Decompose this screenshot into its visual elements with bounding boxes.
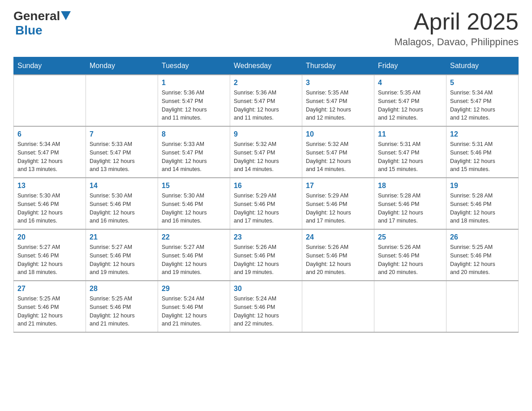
header-right: April 2025 Malagos, Davao, Philippines — [394, 9, 519, 48]
day-number: 5 — [450, 79, 515, 87]
day-info: Sunrise: 5:28 AM Sunset: 5:46 PM Dayligh… — [450, 192, 515, 225]
calendar-cell — [302, 281, 374, 332]
day-number: 11 — [378, 130, 442, 138]
day-number: 23 — [234, 233, 298, 241]
calendar-cell: 20Sunrise: 5:27 AM Sunset: 5:46 PM Dayli… — [14, 229, 86, 281]
day-info: Sunrise: 5:27 AM Sunset: 5:46 PM Dayligh… — [17, 243, 82, 277]
day-info: Sunrise: 5:27 AM Sunset: 5:46 PM Dayligh… — [90, 243, 154, 277]
calendar-header-thursday: Thursday — [302, 57, 374, 75]
day-number: 4 — [378, 79, 442, 87]
calendar-header-wednesday: Wednesday — [230, 57, 302, 75]
calendar-cell: 30Sunrise: 5:24 AM Sunset: 5:46 PM Dayli… — [230, 281, 302, 332]
day-info: Sunrise: 5:36 AM Sunset: 5:47 PM Dayligh… — [234, 89, 298, 122]
day-number: 30 — [234, 285, 298, 293]
calendar-cell: 26Sunrise: 5:25 AM Sunset: 5:46 PM Dayli… — [446, 229, 519, 281]
calendar-week-3: 13Sunrise: 5:30 AM Sunset: 5:46 PM Dayli… — [14, 178, 519, 229]
day-info: Sunrise: 5:33 AM Sunset: 5:47 PM Dayligh… — [90, 140, 154, 174]
day-info: Sunrise: 5:29 AM Sunset: 5:46 PM Dayligh… — [234, 192, 298, 225]
day-info: Sunrise: 5:30 AM Sunset: 5:46 PM Dayligh… — [162, 192, 226, 225]
day-info: Sunrise: 5:29 AM Sunset: 5:46 PM Dayligh… — [306, 192, 370, 225]
day-number: 12 — [450, 130, 515, 138]
calendar-header-monday: Monday — [86, 57, 158, 75]
calendar-cell: 24Sunrise: 5:26 AM Sunset: 5:46 PM Dayli… — [302, 229, 374, 281]
calendar-cell: 25Sunrise: 5:26 AM Sunset: 5:46 PM Dayli… — [374, 229, 446, 281]
day-number: 8 — [162, 130, 226, 138]
day-info: Sunrise: 5:26 AM Sunset: 5:46 PM Dayligh… — [378, 243, 442, 277]
day-number: 2 — [234, 79, 298, 87]
day-number: 16 — [234, 182, 298, 190]
page-title: April 2025 — [394, 9, 519, 34]
day-number: 14 — [90, 182, 154, 190]
calendar-cell: 23Sunrise: 5:26 AM Sunset: 5:46 PM Dayli… — [230, 229, 302, 281]
calendar-cell — [374, 281, 446, 332]
calendar-cell: 3Sunrise: 5:35 AM Sunset: 5:47 PM Daylig… — [302, 75, 374, 126]
day-number: 10 — [306, 130, 370, 138]
day-number: 1 — [162, 79, 226, 87]
day-number: 6 — [17, 130, 82, 138]
day-number: 18 — [378, 182, 442, 190]
day-number: 9 — [234, 130, 298, 138]
calendar-header-row: SundayMondayTuesdayWednesdayThursdayFrid… — [14, 57, 519, 75]
day-number: 26 — [450, 233, 515, 241]
day-number: 13 — [17, 182, 82, 190]
calendar-cell — [14, 75, 86, 126]
day-number: 25 — [378, 233, 442, 241]
day-info: Sunrise: 5:30 AM Sunset: 5:46 PM Dayligh… — [17, 192, 82, 225]
logo-triangle-icon — [61, 11, 71, 21]
day-number: 7 — [90, 130, 154, 138]
calendar-cell: 14Sunrise: 5:30 AM Sunset: 5:46 PM Dayli… — [86, 178, 158, 229]
calendar-cell: 5Sunrise: 5:34 AM Sunset: 5:47 PM Daylig… — [446, 75, 519, 126]
calendar-cell: 6Sunrise: 5:34 AM Sunset: 5:47 PM Daylig… — [14, 126, 86, 178]
calendar-cell: 2Sunrise: 5:36 AM Sunset: 5:47 PM Daylig… — [230, 75, 302, 126]
calendar-cell: 7Sunrise: 5:33 AM Sunset: 5:47 PM Daylig… — [86, 126, 158, 178]
calendar-cell: 12Sunrise: 5:31 AM Sunset: 5:46 PM Dayli… — [446, 126, 519, 178]
day-number: 29 — [162, 285, 226, 293]
day-info: Sunrise: 5:26 AM Sunset: 5:46 PM Dayligh… — [234, 243, 298, 277]
day-info: Sunrise: 5:24 AM Sunset: 5:46 PM Dayligh… — [234, 295, 298, 328]
day-number: 15 — [162, 182, 226, 190]
day-number: 28 — [90, 285, 154, 293]
calendar-week-2: 6Sunrise: 5:34 AM Sunset: 5:47 PM Daylig… — [14, 126, 519, 178]
day-number: 27 — [17, 285, 82, 293]
calendar-header-friday: Friday — [374, 57, 446, 75]
calendar-cell: 11Sunrise: 5:31 AM Sunset: 5:47 PM Dayli… — [374, 126, 446, 178]
calendar-cell — [446, 281, 519, 332]
calendar-cell: 13Sunrise: 5:30 AM Sunset: 5:46 PM Dayli… — [14, 178, 86, 229]
calendar-cell: 4Sunrise: 5:35 AM Sunset: 5:47 PM Daylig… — [374, 75, 446, 126]
calendar-cell: 29Sunrise: 5:24 AM Sunset: 5:46 PM Dayli… — [158, 281, 230, 332]
day-number: 20 — [17, 233, 82, 241]
calendar-table: SundayMondayTuesdayWednesdayThursdayFrid… — [13, 57, 519, 333]
day-info: Sunrise: 5:27 AM Sunset: 5:46 PM Dayligh… — [162, 243, 226, 277]
calendar-cell: 21Sunrise: 5:27 AM Sunset: 5:46 PM Dayli… — [86, 229, 158, 281]
calendar-cell: 10Sunrise: 5:32 AM Sunset: 5:47 PM Dayli… — [302, 126, 374, 178]
day-info: Sunrise: 5:36 AM Sunset: 5:47 PM Dayligh… — [162, 89, 226, 122]
day-info: Sunrise: 5:32 AM Sunset: 5:47 PM Dayligh… — [234, 140, 298, 174]
day-number: 24 — [306, 233, 370, 241]
day-number: 17 — [306, 182, 370, 190]
day-info: Sunrise: 5:32 AM Sunset: 5:47 PM Dayligh… — [306, 140, 370, 174]
calendar-cell: 15Sunrise: 5:30 AM Sunset: 5:46 PM Dayli… — [158, 178, 230, 229]
calendar-cell: 19Sunrise: 5:28 AM Sunset: 5:46 PM Dayli… — [446, 178, 519, 229]
calendar-cell: 27Sunrise: 5:25 AM Sunset: 5:46 PM Dayli… — [14, 281, 86, 332]
calendar-cell: 28Sunrise: 5:25 AM Sunset: 5:46 PM Dayli… — [86, 281, 158, 332]
calendar-week-5: 27Sunrise: 5:25 AM Sunset: 5:46 PM Dayli… — [14, 281, 519, 332]
day-info: Sunrise: 5:28 AM Sunset: 5:46 PM Dayligh… — [378, 192, 442, 225]
logo-general: General — [13, 9, 60, 23]
calendar-week-1: 1Sunrise: 5:36 AM Sunset: 5:47 PM Daylig… — [14, 75, 519, 126]
calendar-header-saturday: Saturday — [446, 57, 519, 75]
day-info: Sunrise: 5:26 AM Sunset: 5:46 PM Dayligh… — [306, 243, 370, 277]
day-info: Sunrise: 5:35 AM Sunset: 5:47 PM Dayligh… — [378, 89, 442, 122]
day-number: 3 — [306, 79, 370, 87]
day-info: Sunrise: 5:34 AM Sunset: 5:47 PM Dayligh… — [17, 140, 82, 174]
day-info: Sunrise: 5:25 AM Sunset: 5:46 PM Dayligh… — [450, 243, 515, 277]
day-number: 22 — [162, 233, 226, 241]
calendar-cell: 1Sunrise: 5:36 AM Sunset: 5:47 PM Daylig… — [158, 75, 230, 126]
calendar-cell: 8Sunrise: 5:33 AM Sunset: 5:47 PM Daylig… — [158, 126, 230, 178]
calendar-cell: 9Sunrise: 5:32 AM Sunset: 5:47 PM Daylig… — [230, 126, 302, 178]
day-number: 19 — [450, 182, 515, 190]
day-number: 21 — [90, 233, 154, 241]
day-info: Sunrise: 5:24 AM Sunset: 5:46 PM Dayligh… — [162, 295, 226, 328]
calendar-cell: 22Sunrise: 5:27 AM Sunset: 5:46 PM Dayli… — [158, 229, 230, 281]
day-info: Sunrise: 5:33 AM Sunset: 5:47 PM Dayligh… — [162, 140, 226, 174]
calendar-week-4: 20Sunrise: 5:27 AM Sunset: 5:46 PM Dayli… — [14, 229, 519, 281]
